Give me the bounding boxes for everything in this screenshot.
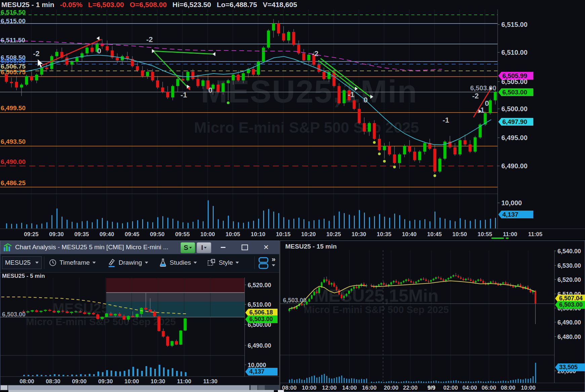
pane-label-15min: MESU25 - 15 min [285,243,337,250]
inchart-level-label: 6,503.00 [470,85,496,91]
toolbar-overflow-button[interactable]: » [269,256,278,266]
chevron-down-icon [236,262,239,264]
symbol-header: MESU25 - 1 min -0.05% L=6,503.00 O=6,508… [1,1,297,9]
window-title: Chart Analysis - MESU25 5 min [CME] Micr… [15,244,168,251]
scrollbar-thumb[interactable] [8,385,249,390]
layout-button[interactable] [258,257,269,270]
symbol-combo-value: MESU25 [5,259,31,266]
i-button-label: I [201,244,203,252]
flask-icon [159,258,167,267]
watermark-description: Micro E-mini S&P 500 Sep 2025 [194,119,419,136]
toolbar-divider [44,256,44,269]
studies-label: Studies [170,259,191,266]
scrollbar-end-button[interactable] [258,385,265,390]
low-price: Lo=6,488.75 [217,1,257,9]
chevron-down-icon [194,262,197,264]
maximize-icon [242,245,248,250]
studies-menu[interactable]: Studies [159,256,197,269]
trading-workspace: MESU25 - 1 min -0.05% L=6,503.00 O=6,508… [0,0,585,392]
timeframe-label: Timeframe [59,259,90,266]
scrollbar-right-button[interactable] [251,385,257,390]
watermark-description-15min: Micro E-mini S&P 500 Sep 2025 [304,304,449,315]
scrollbar-left-button[interactable] [1,385,7,390]
symbol-link-button[interactable]: S [180,242,195,253]
clock-icon [49,259,57,267]
interval-link-button[interactable]: I [197,242,211,253]
style-label: Style [219,259,233,266]
toolbar-divider [254,256,255,269]
watermark-symbol-15min: MESU25,15Min [314,286,438,306]
watermark-description-5min: Micro E-mini S&P 500 Sep 2025 [26,316,176,328]
layout-icon [258,257,269,269]
s-button-label: S [184,244,188,252]
minimize-button[interactable] [215,242,231,253]
watermark-symbol: MESU25,1Min [201,73,418,110]
chart-toolbar: MESU25 Timeframe Drawing [0,254,279,273]
level-label-5min: 6,503.00 [2,311,26,318]
resize-corner[interactable] [278,390,284,392]
volume-total: V=418,605 [263,1,297,9]
chevron-down-icon [35,262,39,264]
close-icon: ✕ [263,243,269,251]
change-percent: -0.05% [60,1,83,9]
maximize-button[interactable] [237,242,252,253]
timeframe-menu[interactable]: Timeframe [49,256,96,269]
drawing-label: Drawing [119,259,142,266]
chevron-down-icon [92,262,96,264]
drawing-menu[interactable]: Drawing [107,256,148,269]
close-button[interactable]: ✕ [258,242,274,253]
open-price: O=6,508.00 [130,1,167,9]
style-menu[interactable]: Style [207,256,239,269]
top-chart-window[interactable]: MESU25 - 1 min -0.05% L=6,503.00 O=6,508… [0,0,585,239]
minimize-icon [221,247,225,248]
chevron-down-icon [145,262,148,264]
titlebar[interactable]: Chart Analysis - MESU25 5 min [CME] Micr… [0,241,279,254]
overflow-chevrons: » [269,256,278,262]
style-icon [207,259,216,267]
chevron-down-icon [189,247,192,249]
chevron-down-icon [204,247,207,249]
watermark-symbol-5min: MESU25,5 Min [52,300,149,316]
symbol-combo[interactable]: MESU25 [2,256,42,269]
background-window-edge [8,390,274,392]
level-label-15min: 6,503.00 [283,297,306,304]
chevron-down-icon [272,264,275,266]
symbol-interval-label: MESU25 - 1 min [1,1,54,9]
pane-label-5min: MESU25 - 5 min [2,273,45,279]
last-price: L=6,503.00 [88,1,124,9]
pencil-icon [107,258,116,267]
chart-15min-window[interactable] [280,241,585,392]
high-price: Hi=6,523.50 [172,1,211,9]
app-chart-icon [3,243,12,252]
